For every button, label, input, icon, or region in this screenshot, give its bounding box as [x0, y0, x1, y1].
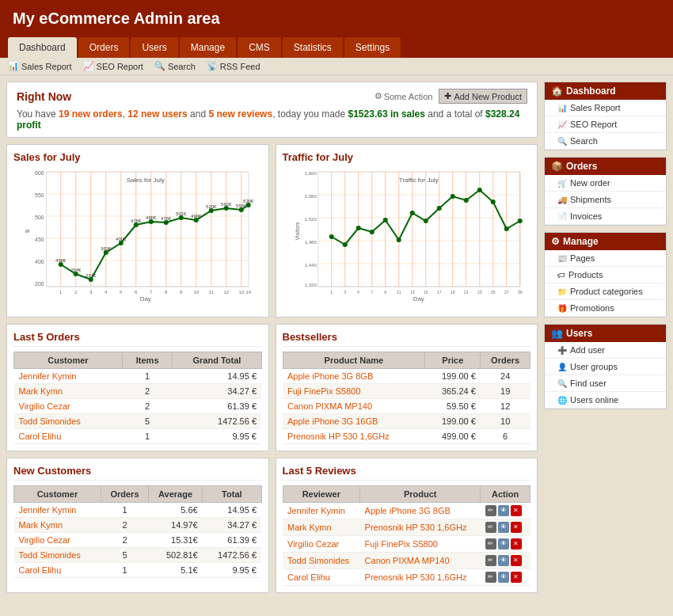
table-row: Carol Elihu 1 5.1€ 9.95 €: [14, 563, 262, 578]
svg-text:10: 10: [193, 290, 199, 295]
sidebar-item-search[interactable]: 🔍 Search: [545, 133, 666, 150]
sidebar-section-dashboard: 🏠 Dashboard 📊 Sales Report 📈 SEO Report …: [544, 82, 667, 150]
subnav-search[interactable]: 🔍 Search: [154, 61, 196, 71]
sidebar-finduser-icon: 🔍: [557, 379, 567, 388]
customer-orders: 2: [101, 533, 149, 548]
customer-name[interactable]: Virgilio Cezar: [14, 399, 123, 414]
svg-point-109: [463, 198, 468, 203]
add-new-product-button[interactable]: ✚ Add New Product: [439, 89, 527, 104]
last5reviews-table: Reviewer Product Action Jennifer Kymin A…: [283, 485, 531, 586]
reviewer-name[interactable]: Mark Kymn: [283, 519, 360, 536]
sidebar-section-users: 👥 Users ➕ Add user 👤 User groups 🔍 Find …: [544, 324, 667, 409]
review-product[interactable]: Fuji FinePix S5800: [360, 536, 481, 553]
customer-name[interactable]: Virgilio Cezar: [14, 533, 101, 548]
edit-icon[interactable]: ✏: [485, 555, 496, 566]
customer-name[interactable]: Carol Elihu: [14, 429, 123, 444]
customer-name[interactable]: Jennifer Kymin: [14, 369, 123, 384]
nav-tab-settings[interactable]: Settings: [344, 37, 401, 58]
sidebar-item-products[interactable]: 🏷 Products: [545, 267, 666, 283]
product-name[interactable]: Canon PIXMA MP140: [283, 399, 425, 414]
view-icon[interactable]: 👁: [498, 572, 509, 583]
view-icon[interactable]: 👁: [498, 538, 509, 549]
product-name[interactable]: Prenosnik HP 530 1,6GHz: [283, 429, 425, 444]
sidebar-item-new-order[interactable]: 🛒 New order: [545, 175, 666, 192]
delete-icon[interactable]: ✕: [511, 572, 522, 583]
subnav-sales-label: Sales Report: [21, 62, 72, 71]
nav-tab-cms[interactable]: CMS: [238, 37, 281, 58]
sidebar-item-product-categories[interactable]: 📁 Product categories: [545, 283, 666, 300]
subnav-rss[interactable]: 📡 RSS Feed: [207, 61, 260, 71]
traffic-chart-area: 1,600 1,560 1,520 1,480 1,440 1,320: [283, 168, 531, 310]
sidebar-item-add-user[interactable]: ➕ Add user: [545, 342, 666, 359]
customer-name[interactable]: Mark Kymn: [14, 384, 123, 399]
delete-icon[interactable]: ✕: [511, 555, 522, 566]
svg-text:476€: 476€: [131, 219, 142, 223]
customer-total: 14.95 €: [203, 503, 261, 518]
sidebar-item-shipments[interactable]: 🚚 Shipments: [545, 192, 666, 208]
reviews-count[interactable]: 5 new reviews: [208, 108, 272, 120]
svg-point-102: [369, 230, 374, 234]
table-row: Prenosnik HP 530 1,6GHz 499.00 € 6: [283, 429, 530, 444]
review-product[interactable]: Apple iPhone 3G 8GB: [360, 503, 481, 519]
sidebar-item-promotions[interactable]: 🎁 Promotions: [545, 300, 666, 317]
product-name[interactable]: Fuji FinePix S5800: [283, 384, 425, 399]
table-row: Mark Kymn 2 14.97€ 34.27 €: [14, 518, 262, 533]
nav-tab-dashboard[interactable]: Dashboard: [8, 37, 77, 58]
last5reviews-box: Last 5 Reviews Reviewer Product Action J…: [276, 458, 538, 593]
users-count[interactable]: 12 new users: [127, 108, 187, 120]
subnav-seo-report[interactable]: 📈 SEO Report: [83, 61, 143, 71]
nav-tab-manage[interactable]: Manage: [180, 37, 236, 58]
customer-name[interactable]: Todd Simonides: [14, 548, 101, 563]
sidebar-item-find-user[interactable]: 🔍 Find user: [545, 375, 666, 392]
delete-icon[interactable]: ✕: [511, 522, 522, 533]
view-icon[interactable]: 👁: [498, 555, 509, 566]
svg-text:5: 5: [357, 290, 359, 295]
nav-tab-statistics[interactable]: Statistics: [283, 37, 343, 58]
customer-name[interactable]: Todd Simonides: [14, 414, 123, 429]
review-product[interactable]: Prenosnik HP 530 1,6GHz: [360, 569, 481, 586]
product-name[interactable]: Apple iPhone 3G 8GB: [283, 369, 425, 384]
delete-icon[interactable]: ✕: [511, 538, 522, 549]
order-count: 12: [481, 399, 530, 414]
review-product[interactable]: Prenosnik HP 530 1,6GHz: [360, 519, 481, 536]
header: My eCommerce Admin area: [0, 0, 673, 37]
svg-point-99: [329, 234, 333, 239]
sidebar-item-seo-report[interactable]: 📈 SEO Report: [545, 116, 666, 133]
edit-icon[interactable]: ✏: [485, 538, 496, 549]
customer-name[interactable]: Jennifer Kymin: [14, 503, 101, 518]
grand-total: 61.39 €: [173, 399, 261, 414]
edit-icon[interactable]: ✏: [485, 572, 496, 583]
orders-bestsellers-row: Last 5 Orders Customer Items Grand Total…: [6, 324, 538, 451]
col-tot: Total: [203, 486, 261, 503]
customer-name[interactable]: Carol Elihu: [14, 563, 101, 578]
view-icon[interactable]: 👁: [498, 505, 509, 516]
table-row: Todd Simonides 5 1472.56 €: [14, 414, 262, 429]
sidebar-item-users-online[interactable]: 🌐 Users online: [545, 392, 666, 409]
some-action-link[interactable]: ⚙ Some Action: [375, 91, 433, 101]
bestsellers-table: Product Name Price Orders Apple iPhone 3…: [283, 352, 531, 444]
customer-name[interactable]: Mark Kymn: [14, 518, 101, 533]
svg-text:6: 6: [135, 290, 138, 295]
subnav-sales-report[interactable]: 📊 Sales Report: [8, 61, 72, 71]
edit-icon[interactable]: ✏: [485, 522, 496, 533]
reviewer-name[interactable]: Virgilio Cezar: [283, 536, 360, 553]
product-name[interactable]: Apple iPhone 3G 16GB: [283, 414, 425, 429]
orders-count[interactable]: 19 new orders: [59, 108, 123, 120]
nav-tab-users[interactable]: Users: [131, 37, 177, 58]
svg-text:1,520: 1,520: [304, 217, 317, 222]
svg-text:7: 7: [150, 290, 153, 295]
sidebar-item-user-groups[interactable]: 👤 User groups: [545, 359, 666, 375]
nav-tab-orders[interactable]: Orders: [78, 37, 130, 58]
sidebar-item-pages[interactable]: 📰 Pages: [545, 250, 666, 267]
reviewer-name[interactable]: Carol Elihu: [283, 569, 360, 586]
col-customer: Customer: [14, 352, 123, 369]
review-product[interactable]: Canon PIXMA MP140: [360, 553, 481, 569]
reviewer-name[interactable]: Todd Simonides: [283, 553, 360, 569]
sidebar-item-sales-report[interactable]: 📊 Sales Report: [545, 100, 666, 116]
edit-icon[interactable]: ✏: [485, 505, 496, 516]
svg-text:14: 14: [245, 290, 251, 295]
reviewer-name[interactable]: Jennifer Kymin: [283, 503, 360, 519]
view-icon[interactable]: 👁: [498, 522, 509, 533]
delete-icon[interactable]: ✕: [511, 505, 522, 516]
sidebar-item-invoices[interactable]: 📄 Invoices: [545, 208, 666, 225]
